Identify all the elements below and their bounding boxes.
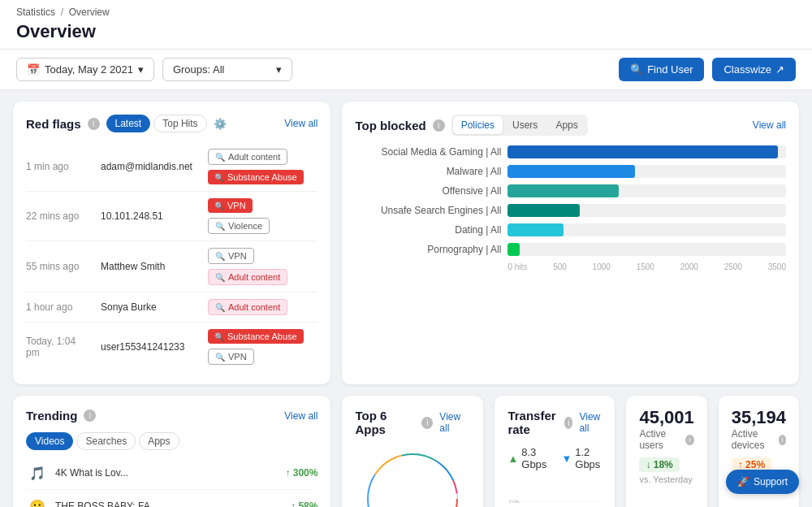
flag-row: 55 mins agoMatthew Smith🔍 VPN🔍 Adult con… [26, 241, 317, 292]
flag-time: 55 mins ago [26, 261, 91, 272]
bar-label: Malware | All [355, 166, 501, 177]
bar-axis: 0 hits50010001500200025003500 [355, 262, 786, 271]
flag-tags: 🔍 Substance Abuse🔍 VPN [208, 329, 317, 365]
settings-icon[interactable]: ⚙️ [214, 118, 227, 130]
calendar-icon: 📅 [27, 63, 40, 76]
bar-row: Unsafe Search Engines | All [355, 204, 786, 217]
stat-vs: vs. Yesterday [639, 474, 693, 484]
red-flags-view-all[interactable]: View all [284, 118, 317, 129]
transfer-rate-view-all[interactable]: View all [579, 411, 602, 434]
transfer-rate-header: Transfer rate i View all [508, 409, 602, 436]
top-apps-info-icon[interactable]: i [421, 417, 433, 429]
date-picker[interactable]: 📅 Today, May 2 2021 ▾ [16, 58, 154, 81]
tag: 🔍 Violence [208, 218, 270, 234]
flag-user: Matthew Smith [101, 261, 198, 272]
stat-value: 45,001 [639, 407, 693, 428]
page-title: Overview [16, 21, 796, 42]
trending-view-all[interactable]: View all [284, 410, 317, 422]
bar-track [508, 223, 786, 236]
flag-user: 10.101.248.51 [101, 210, 198, 222]
trend-tab-searches[interactable]: Searches [76, 432, 136, 450]
groups-picker[interactable]: Groups: All ▾ [162, 58, 292, 81]
flag-user: adam@midlandis.net [101, 161, 198, 172]
transfer-rate-info-icon[interactable]: i [564, 417, 572, 429]
trend-icon: 🎵 [26, 462, 49, 484]
transfer-rate-title: Transfer rate [508, 409, 558, 436]
blocked-tab-users[interactable]: Users [504, 116, 546, 134]
flag-time: 1 hour ago [26, 301, 91, 313]
download-value: 1.2 Gbps [575, 446, 602, 470]
red-flags-rows: 1 min agoadam@midlandis.net🔍 Adult conte… [26, 142, 317, 371]
flag-user: user155341241233 [101, 341, 198, 353]
trending-card: Trending i View all Videos Searches Apps… [13, 396, 330, 507]
main-content: Red flags i Latest Top Hits ⚙️ View all … [0, 90, 812, 507]
trend-row: 😀THE BOSS BABY: FA...↑ 58% [26, 490, 317, 507]
download-stat: ▼ 1.2 Gbps [561, 446, 602, 470]
download-arrow-icon: ▼ [561, 453, 572, 465]
bar-row: Offensive | All [355, 184, 786, 197]
flag-user: Sonya Burke [101, 301, 198, 313]
red-flags-title: Red flags [26, 117, 81, 131]
top-blocked-info-icon[interactable]: i [433, 119, 445, 132]
tag: 🔍 VPN [208, 349, 254, 365]
flag-tags: 🔍 Adult content🔍 Substance Abuse [208, 149, 317, 184]
red-flags-info-icon[interactable]: i [88, 118, 100, 130]
tag: 🔍 Substance Abuse [208, 170, 304, 184]
trend-tab-videos[interactable]: Videos [26, 432, 73, 450]
date-label: Today, May 2 2021 [45, 63, 133, 76]
bar-label: Dating | All [355, 224, 501, 236]
top-apps-view-all[interactable]: View all [439, 411, 470, 434]
trend-name: 4K What is Lov... [55, 467, 279, 479]
tab-top-hits[interactable]: Top Hits [153, 115, 206, 132]
chevron-down-icon: ▾ [276, 63, 282, 76]
top-apps-card: Top 6 Apps i View all Youtube (35%)Googl… [342, 396, 483, 507]
find-user-button[interactable]: 🔍 Find User [619, 58, 704, 81]
trending-info-icon[interactable]: i [84, 410, 96, 422]
breadcrumb-parent: Statistics [16, 6, 55, 18]
bar-label: Offensive | All [355, 185, 501, 197]
stat-label: Active users i [639, 428, 693, 451]
top-apps-header: Top 6 Apps i View all [355, 409, 470, 436]
trending-header: Trending i View all [26, 409, 317, 422]
chevron-down-icon: ▾ [138, 63, 144, 76]
bar-row: Malware | All [355, 165, 786, 178]
bar-track [508, 165, 786, 178]
stat-value: 35,194 [732, 407, 786, 428]
support-button[interactable]: 🚀 Support [726, 470, 799, 494]
breadcrumb: Statistics / Overview [16, 6, 796, 18]
stat-change: ↓ 18% [639, 457, 679, 472]
blocked-tab-policies[interactable]: Policies [453, 116, 503, 134]
bar-fill [508, 204, 579, 217]
header: Statistics / Overview Overview [0, 0, 812, 50]
bar-row: Social Media & Gaming | All [355, 145, 786, 158]
top-apps-title: Top 6 Apps [355, 409, 415, 436]
tab-latest[interactable]: Latest [106, 115, 151, 132]
top-blocked-view-all[interactable]: View all [753, 119, 786, 131]
rocket-icon: 🚀 [737, 476, 749, 488]
bar-row: Dating | All [355, 223, 786, 236]
flag-tags: 🔍 VPN🔍 Adult content [208, 248, 317, 285]
bar-track [508, 204, 786, 217]
top-blocked-header: Top blocked i Policies Users Apps View a… [355, 115, 786, 136]
bar-fill [508, 223, 564, 236]
blocked-tabs: Policies Users Apps [451, 115, 588, 136]
search-icon: 🔍 [630, 63, 643, 76]
bar-label: Unsafe Search Engines | All [355, 205, 501, 216]
trending-title: Trending [26, 409, 77, 422]
flag-time: 22 mins ago [26, 210, 91, 222]
bar-track [508, 243, 786, 256]
classwize-button[interactable]: Classwize ↗ [712, 58, 796, 81]
bar-fill [508, 243, 520, 256]
svg-text:8 Gbs: 8 Gbs [510, 500, 520, 504]
blocked-tab-apps[interactable]: Apps [547, 116, 585, 134]
bar-label: Pornography | All [355, 244, 501, 255]
upload-stat: ▲ 8.3 Gbps [508, 446, 548, 470]
breadcrumb-current: Overview [69, 6, 110, 18]
bar-fill [508, 184, 619, 197]
flag-tags: 🔍 VPN🔍 Violence [208, 198, 317, 234]
flag-row: 22 mins ago10.101.248.51🔍 VPN🔍 Violence [26, 192, 317, 241]
trend-pct: ↑ 58% [291, 500, 317, 507]
trend-tab-apps[interactable]: Apps [139, 432, 179, 450]
bar-chart: Social Media & Gaming | AllMalware | All… [355, 145, 786, 271]
donut-chart [355, 446, 470, 507]
